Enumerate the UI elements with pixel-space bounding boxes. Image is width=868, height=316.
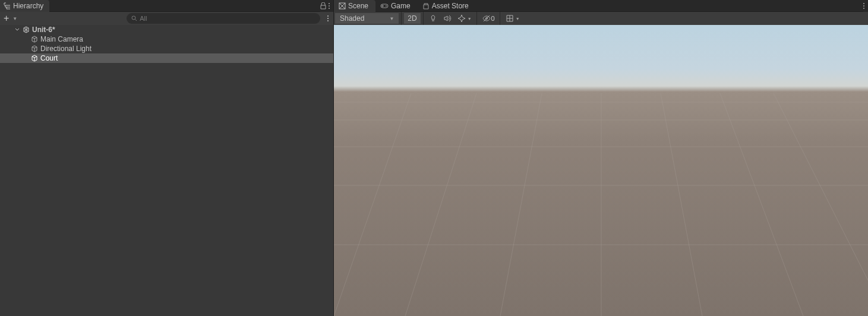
svg-line-6 [405, 93, 476, 316]
scene-tabrow: Scene Game Asset Store [334, 0, 868, 12]
sparkle-icon [457, 14, 466, 23]
gameobject-icon [31, 55, 38, 62]
hierarchy-tabrow: Hierarchy [0, 0, 333, 12]
hierarchy-search[interactable] [127, 13, 320, 24]
hierarchy-tab[interactable]: Hierarchy [0, 0, 49, 12]
shading-mode-dropdown[interactable]: Shaded ▼ [335, 13, 399, 24]
tab-label: Asset Store [432, 2, 469, 10]
hierarchy-item-directional-light[interactable]: Directional Light [0, 44, 333, 53]
svg-line-5 [334, 93, 411, 316]
gameobject-icon [31, 45, 38, 52]
svg-line-11 [774, 93, 868, 280]
chevron-down-icon: ▼ [468, 17, 472, 21]
svg-line-9 [661, 93, 702, 316]
hierarchy-panel: Hierarchy + ▼ Unit-6* [0, 0, 334, 316]
tabrow-filler [476, 0, 863, 12]
hierarchy-options-button[interactable] [327, 15, 329, 21]
scene-viewport[interactable] [334, 25, 868, 316]
hidden-objects-button[interactable]: 0 [479, 12, 497, 25]
lighting-toggle[interactable] [426, 12, 440, 25]
gizmo-dropdown[interactable]: ▼ [503, 12, 522, 25]
chevron-down-icon: ▼ [516, 17, 520, 21]
search-icon [131, 15, 137, 21]
hierarchy-tab-label: Hierarchy [13, 2, 43, 10]
panel-menu-button[interactable] [863, 3, 864, 9]
hierarchy-tree: Unit-6* Main Camera Directional Light Co… [0, 25, 333, 316]
tabrow-filler [49, 0, 320, 12]
grid-icon [506, 14, 514, 23]
scene-panel: Scene Game Asset Store Shaded ▼ 2D [334, 0, 868, 316]
two-d-label: 2D [408, 14, 416, 23]
item-label: Directional Light [40, 45, 91, 53]
separator [401, 12, 402, 25]
game-icon [380, 3, 389, 9]
svg-point-3 [386, 5, 387, 7]
audio-toggle[interactable] [440, 12, 454, 25]
separator [500, 12, 500, 25]
scene-grid [334, 25, 868, 316]
item-label: Court [40, 54, 58, 62]
lightbulb-icon [429, 14, 437, 23]
tab-label: Scene [348, 2, 368, 10]
unity-logo-icon [23, 26, 30, 33]
svg-line-7 [500, 93, 542, 316]
grid-icon-button [503, 12, 517, 25]
store-icon [422, 2, 430, 10]
scene-icon [339, 2, 346, 10]
shading-mode-label: Shaded [340, 14, 364, 23]
eye-off-icon [482, 14, 491, 23]
scene-toolbar: Shaded ▼ 2D ▼ [334, 12, 868, 25]
chevron-down-icon: ▼ [389, 16, 394, 21]
panel-menu-button[interactable] [329, 3, 330, 9]
separator [423, 12, 424, 25]
expand-caret-icon[interactable] [14, 27, 20, 32]
svg-line-10 [720, 93, 803, 316]
hierarchy-icon [4, 2, 11, 10]
hierarchy-item-court[interactable]: Court [0, 53, 333, 63]
hierarchy-item-main-camera[interactable]: Main Camera [0, 34, 333, 44]
hierarchy-toolbar: + ▼ [0, 12, 333, 25]
fx-icon-button [454, 12, 469, 25]
scene-row[interactable]: Unit-6* [0, 25, 333, 34]
scene-label: Unit-6* [32, 26, 55, 34]
create-dropdown-caret[interactable]: ▼ [12, 16, 17, 21]
lock-icon[interactable] [320, 2, 326, 10]
svg-point-0 [132, 16, 135, 20]
gameobject-icon [31, 36, 38, 43]
create-button[interactable]: + [2, 14, 10, 23]
item-label: Main Camera [40, 35, 83, 43]
separator [476, 12, 477, 25]
tab-asset-store[interactable]: Asset Store [418, 0, 476, 12]
tab-scene[interactable]: Scene [334, 0, 375, 12]
tab-game[interactable]: Game [375, 0, 418, 12]
fx-dropdown[interactable]: ▼ [454, 12, 474, 25]
two-d-toggle[interactable]: 2D [404, 13, 420, 24]
tab-label: Game [391, 2, 411, 10]
speaker-icon [443, 14, 452, 23]
app-root: Hierarchy + ▼ Unit-6* [0, 0, 868, 316]
search-input[interactable] [140, 15, 315, 22]
eye-off-button [479, 12, 494, 25]
